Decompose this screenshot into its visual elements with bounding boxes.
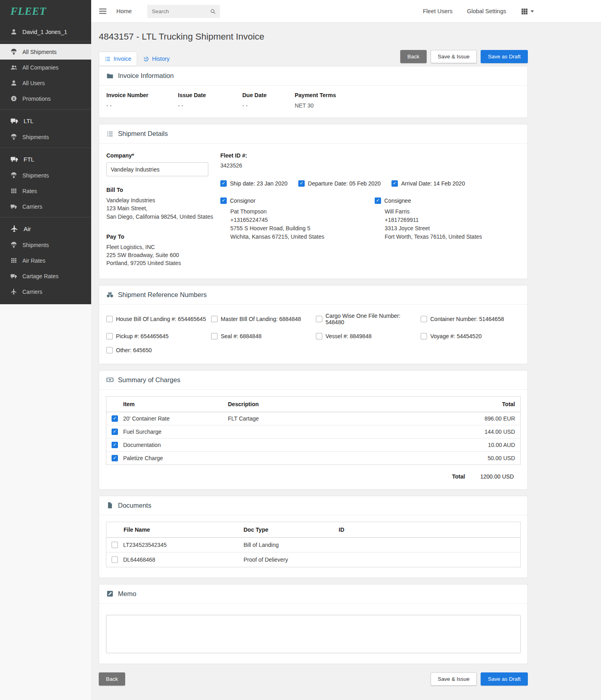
- save-draft-button[interactable]: Save as Draft: [481, 50, 528, 63]
- departure-date-checkbox-row[interactable]: Departure Date: 05 Feb 2020: [298, 180, 381, 187]
- ref-voyage-checkbox-row[interactable]: Voyage #: 54454520: [421, 333, 520, 339]
- payment-terms-field: Payment Terms NET 30: [295, 92, 336, 109]
- consignor-checkbox-row[interactable]: Consignor: [220, 197, 375, 204]
- sidebar-item-ftl-shipments[interactable]: Shipments: [0, 168, 91, 183]
- fleet-users-link[interactable]: Fleet Users: [423, 8, 453, 14]
- sidebar-section-air[interactable]: Air: [0, 220, 91, 237]
- card-title: Invoice Information: [118, 72, 174, 80]
- shipment-dates-row: Ship date: 23 Jan 2020 Departure Date: 0…: [220, 180, 520, 187]
- app-logo[interactable]: FLEET: [0, 0, 91, 22]
- apps-grid-icon: [521, 8, 528, 15]
- shipments-icon: [10, 134, 17, 140]
- back-button[interactable]: Back: [400, 50, 427, 63]
- search-box: [147, 5, 220, 18]
- ref-master-bill-checkbox[interactable]: [211, 316, 218, 322]
- consignee-checkbox[interactable]: [375, 197, 381, 204]
- sidebar-section-ltl[interactable]: LTL: [0, 112, 91, 129]
- sidebar-item-all-companies[interactable]: All Companies: [0, 60, 91, 75]
- card-title: Shipment Reference Numbers: [118, 291, 207, 299]
- sidebar-item-promotions[interactable]: Promotions: [0, 91, 91, 106]
- sidebar-item-cartage-rates[interactable]: Cartage Rates: [0, 268, 91, 284]
- sidebar-group-air: Air Shipments Air Rates Cartage Rates Ca…: [0, 217, 91, 299]
- card-title: Documents: [118, 502, 151, 509]
- invoice-fields: Invoice Number - - Issue Date - - Due Da…: [99, 86, 527, 118]
- sidebar-item-all-users[interactable]: All Users: [0, 75, 91, 91]
- topbar: Home Fleet Users Global Settings: [91, 0, 601, 23]
- arrival-date-checkbox[interactable]: [391, 180, 398, 187]
- truck-icon: [10, 273, 17, 279]
- rates-grid-icon: [10, 257, 17, 264]
- history-icon: [143, 56, 149, 62]
- global-settings-link[interactable]: Global Settings: [467, 8, 506, 14]
- charge-row-checkbox[interactable]: [112, 429, 118, 435]
- ref-cargo-wise-checkbox[interactable]: [316, 316, 322, 322]
- company-field: Company*: [106, 152, 220, 176]
- ref-house-bill-checkbox-row[interactable]: House Bill Of Landing #: 654465645: [106, 313, 211, 325]
- charges-header-total: Total: [422, 396, 521, 412]
- search-input[interactable]: [151, 8, 208, 15]
- memo-textarea[interactable]: [106, 615, 521, 653]
- ref-seal-checkbox[interactable]: [211, 333, 218, 339]
- home-link[interactable]: Home: [116, 8, 132, 14]
- ref-other-checkbox[interactable]: [106, 347, 113, 353]
- ship-date-checkbox-row[interactable]: Ship date: 23 Jan 2020: [220, 180, 288, 187]
- sidebar-item-ltl-shipments[interactable]: Shipments: [0, 129, 91, 145]
- invoice-list-icon: [105, 56, 111, 62]
- pay-to-block: Pay To Fleet Logistics, INC 225 SW Broad…: [106, 233, 220, 267]
- menu-icon[interactable]: [98, 6, 108, 16]
- charges-total-label: Total: [452, 473, 465, 480]
- sidebar-item-ftl-rates[interactable]: Rates: [0, 183, 91, 199]
- documents-header-id: ID: [333, 522, 521, 537]
- ref-seal-checkbox-row[interactable]: Seal #: 6884848: [211, 333, 316, 339]
- charges-table: Item Description Total 20' Container Rat…: [106, 396, 521, 465]
- ref-house-bill-checkbox[interactable]: [106, 316, 113, 322]
- search-icon[interactable]: [210, 8, 216, 14]
- summary-of-charges-card: Summary of Charges Item Description Tota…: [99, 370, 528, 490]
- ref-vessel-checkbox-row[interactable]: Vessel #: 8849848: [316, 333, 421, 339]
- document-row-checkbox[interactable]: [112, 542, 118, 548]
- departure-date-checkbox[interactable]: [298, 180, 305, 187]
- ref-vessel-checkbox[interactable]: [316, 333, 322, 339]
- sidebar-group-ltl: LTL Shipments: [0, 109, 91, 145]
- charge-row-checkbox[interactable]: [112, 415, 118, 422]
- document-row: LT234523542345 Bill of Landing: [106, 537, 521, 552]
- promotions-icon: [10, 95, 17, 102]
- arrival-date-checkbox-row[interactable]: Arrival Date: 14 Feb 2020: [391, 180, 465, 187]
- sidebar-item-air-rates[interactable]: Air Rates: [0, 253, 91, 268]
- sidebar-item-air-carriers[interactable]: Carriers: [0, 284, 91, 299]
- ref-voyage-checkbox[interactable]: [421, 333, 427, 339]
- tab-history[interactable]: History: [137, 52, 176, 66]
- ref-other-checkbox-row[interactable]: Other: 645650: [106, 347, 211, 353]
- page-title: 4843157 - LTL Trucking Shipment Invoice: [99, 32, 528, 42]
- apps-menu[interactable]: [521, 8, 534, 15]
- document-row-checkbox[interactable]: [112, 556, 118, 563]
- back-button-footer[interactable]: Back: [99, 672, 125, 686]
- shipment-details-right: Fleet ID #: 3423526 Ship date: 23 Jan 20…: [220, 152, 520, 267]
- sidebar-item-ftl-carriers[interactable]: Carriers: [0, 199, 91, 214]
- ref-pickup-checkbox-row[interactable]: Pickup #: 654465645: [106, 333, 211, 339]
- save-draft-button-footer[interactable]: Save as Draft: [481, 672, 528, 686]
- memo-card: Memo: [99, 584, 528, 664]
- ref-container-number-checkbox[interactable]: [421, 316, 427, 322]
- tab-invoice[interactable]: Invoice: [99, 52, 137, 66]
- truck-icon: [10, 203, 17, 210]
- save-issue-button-footer[interactable]: Save & Issue: [431, 672, 477, 686]
- sidebar-item-all-shipments[interactable]: All Shipments: [0, 44, 91, 60]
- ref-cargo-wise-checkbox-row[interactable]: Cargo Wise One File Number: 548480: [316, 313, 421, 325]
- due-date-field: Due Date - -: [242, 92, 295, 109]
- sidebar: FLEET David_1 Jones_1 All Shipments All …: [0, 0, 91, 700]
- consignee-checkbox-row[interactable]: Consignee: [375, 197, 482, 204]
- ship-date-checkbox[interactable]: [220, 180, 227, 187]
- charge-row-checkbox[interactable]: [112, 455, 118, 461]
- save-issue-button[interactable]: Save & Issue: [431, 50, 477, 63]
- ref-pickup-checkbox[interactable]: [106, 333, 113, 339]
- documents-header-file-name: File Name: [106, 522, 239, 537]
- consignor-checkbox[interactable]: [220, 197, 227, 204]
- ref-container-number-checkbox-row[interactable]: Container Number: 51464658: [421, 313, 520, 325]
- document-icon: [106, 502, 114, 509]
- charge-row-checkbox[interactable]: [112, 442, 118, 448]
- sidebar-section-ftl[interactable]: FTL: [0, 151, 91, 168]
- ref-master-bill-checkbox-row[interactable]: Master BIll Of Landing: 6884848: [211, 313, 316, 325]
- sidebar-item-air-shipments[interactable]: Shipments: [0, 237, 91, 253]
- company-input[interactable]: [106, 162, 208, 176]
